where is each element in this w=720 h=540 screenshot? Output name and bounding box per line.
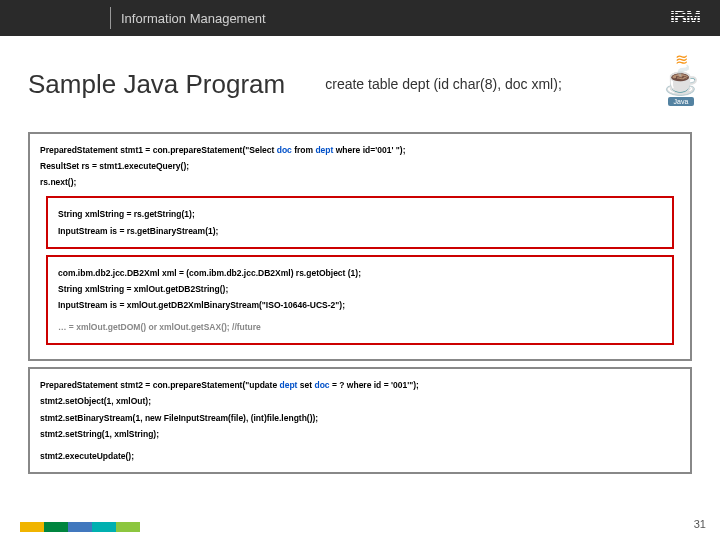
code-line: stmt2.setObject(1, xmlOut); xyxy=(40,393,680,409)
code-line: ResultSet rs = stmt1.executeQuery(); xyxy=(40,158,680,174)
color-strip-icon xyxy=(20,522,140,532)
code-line-future: … = xmlOut.getDOM() or xmlOut.getSAX(); … xyxy=(58,319,662,335)
code-line: InputStream is = xmlOut.getDB2XmlBinaryS… xyxy=(58,297,662,313)
code-line: com.ibm.db2.jcc.DB2Xml xml = (com.ibm.db… xyxy=(58,265,662,281)
code-line: rs.next(); xyxy=(40,174,680,190)
code-block-select: PreparedStatement stmt1 = con.prepareSta… xyxy=(28,132,692,361)
header-bar: Information Management IBM xyxy=(0,0,720,36)
sql-subtitle: create table dept (id char(8), doc xml); xyxy=(325,76,562,92)
code-line: PreparedStatement stmt1 = con.prepareSta… xyxy=(40,142,680,158)
code-line: stmt2.setBinaryStream(1, new FileInputSt… xyxy=(40,410,680,426)
header-left: Information Management xyxy=(0,0,266,36)
code-line: String xmlString = xmlOut.getDB2String()… xyxy=(58,281,662,297)
code-line: PreparedStatement stmt2 = con.prepareSta… xyxy=(40,377,680,393)
java-logo-icon: ≋ ☕ Java xyxy=(658,54,704,114)
code-line: String xmlString = rs.getString(1); xyxy=(58,206,662,222)
java-logo-label: Java xyxy=(668,97,695,106)
header-divider xyxy=(110,7,111,29)
footer: 31 xyxy=(0,522,720,540)
code-line: stmt2.executeUpdate(); xyxy=(40,448,680,464)
page-title: Sample Java Program xyxy=(28,69,285,100)
code-block-update: PreparedStatement stmt2 = con.prepareSta… xyxy=(28,367,692,474)
product-line: Information Management xyxy=(121,11,266,26)
code-highlight-box-2: com.ibm.db2.jcc.DB2Xml xml = (com.ibm.db… xyxy=(46,255,674,346)
code-highlight-box-1: String xmlString = rs.getString(1); Inpu… xyxy=(46,196,674,248)
title-row: Sample Java Program create table dept (i… xyxy=(0,36,720,126)
ibm-logo: IBM xyxy=(670,8,700,29)
code-line: InputStream is = rs.getBinaryStream(1); xyxy=(58,223,662,239)
page-number: 31 xyxy=(694,518,706,530)
code-line: stmt2.setString(1, xmlString); xyxy=(40,426,680,442)
